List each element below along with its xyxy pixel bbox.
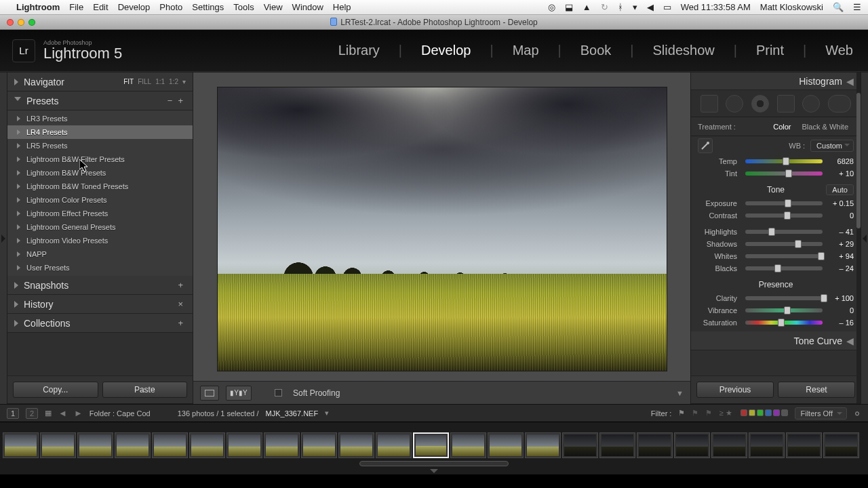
vibrance-slider[interactable] [745, 308, 823, 312]
filmstrip-thumbnail[interactable] [488, 432, 524, 458]
wb-eyedropper-tool[interactable] [698, 138, 713, 153]
before-after-button[interactable]: ▮Y▮Y [226, 386, 252, 401]
exposure-value[interactable]: + 0.15 [827, 199, 854, 207]
menubar-wifi-icon[interactable]: ▾ [633, 2, 637, 12]
filmstrip-thumbnail[interactable] [749, 432, 785, 458]
nav-prev[interactable]: ◄ [58, 408, 67, 418]
treatment-bw[interactable]: Black & White [797, 121, 854, 132]
menu-edit[interactable]: Edit [93, 2, 108, 12]
preset-folder[interactable]: LR4 Presets [7, 125, 193, 139]
auto-tone-button[interactable]: Auto [826, 184, 854, 195]
spotlight-icon[interactable]: 🔍 [833, 2, 844, 12]
preset-folder[interactable]: Lightroom Color Presets [7, 193, 193, 207]
history-header[interactable]: History × [7, 295, 193, 314]
copy-button[interactable]: Copy... [13, 382, 98, 398]
preset-folder[interactable]: Lightroom B&W Toned Presets [7, 180, 193, 193]
second-monitor-1[interactable]: 1 [7, 408, 19, 419]
shadows-value[interactable]: + 29 [827, 240, 854, 248]
loupe-view-button[interactable] [200, 386, 219, 401]
filmstrip-thumbnail[interactable] [264, 432, 300, 458]
zoom-fit[interactable]: FIT [123, 78, 134, 85]
right-rail-toggle[interactable] [861, 72, 868, 404]
menu-help[interactable]: Help [333, 2, 351, 12]
menubar-battery-icon[interactable]: ▭ [663, 2, 671, 12]
grid-view-icon[interactable]: ▦ [45, 409, 52, 418]
filmstrip-thumbnail[interactable] [562, 432, 598, 458]
module-slideshow[interactable]: Slideshow [650, 40, 717, 61]
shadows-slider[interactable] [745, 242, 823, 246]
presets-plus-button[interactable]: + [175, 96, 186, 106]
app-menu[interactable]: Lightroom [16, 2, 60, 12]
filmstrip-thumbnail[interactable] [599, 432, 635, 458]
snapshots-plus-button[interactable]: + [175, 280, 186, 290]
folder-path[interactable]: Folder : Cape Cod [90, 409, 151, 418]
filmstrip-thumbnail[interactable] [226, 432, 262, 458]
menubar-volume-icon[interactable]: ◀ [647, 2, 654, 12]
filmstrip-thumbnail[interactable] [189, 432, 225, 458]
filmstrip-thumbnail[interactable] [301, 432, 337, 458]
filmstrip[interactable] [0, 422, 868, 468]
adjustment-brush-tool[interactable] [828, 95, 851, 113]
preset-folder[interactable]: Lightroom General Presets [7, 220, 193, 234]
preset-folder[interactable]: Lightroom Video Presets [7, 234, 193, 247]
nav-next[interactable]: ► [74, 408, 83, 418]
module-web[interactable]: Web [823, 40, 856, 61]
reset-button[interactable]: Reset [778, 382, 855, 398]
menu-window[interactable]: Window [292, 2, 323, 12]
zoom-fill[interactable]: FILL [138, 78, 151, 85]
presets-header[interactable]: Presets − + [7, 92, 193, 110]
filmstrip-thumbnail[interactable] [115, 432, 151, 458]
filmstrip-thumbnail[interactable] [823, 432, 859, 458]
menubar-user[interactable]: Matt Kloskowski [760, 2, 823, 12]
treatment-color[interactable]: Color [768, 121, 796, 132]
preset-folder[interactable]: Lightroom B&W Presets [7, 166, 193, 180]
filmstrip-thumbnail[interactable] [450, 432, 486, 458]
filmstrip-thumbnail[interactable] [711, 432, 747, 458]
main-photo[interactable] [217, 87, 667, 371]
filmstrip-thumbnail[interactable] [40, 432, 76, 458]
saturation-value[interactable]: – 16 [827, 319, 854, 327]
spot-removal-tool[interactable] [726, 95, 743, 113]
contrast-slider[interactable] [745, 214, 823, 218]
module-map[interactable]: Map [510, 40, 542, 61]
saturation-slider[interactable] [745, 321, 823, 325]
contrast-value[interactable]: 0 [827, 211, 854, 220]
soft-proofing-checkbox[interactable] [275, 389, 282, 396]
temp-value[interactable]: 6828 [827, 157, 854, 165]
history-clear-button[interactable]: × [175, 299, 186, 309]
file-dropdown-icon[interactable]: ▾ [325, 409, 329, 418]
radial-filter-tool[interactable] [802, 95, 820, 113]
paste-button[interactable]: Paste [102, 382, 188, 398]
filter-lock-icon[interactable]: ⭘ [854, 409, 861, 418]
flag-filter-picked[interactable]: ⚑ [678, 409, 685, 418]
preset-folder[interactable]: LR5 Presets [7, 139, 193, 152]
filmstrip-thumbnail[interactable] [152, 432, 188, 458]
snapshots-header[interactable]: Snapshots + [7, 276, 193, 295]
menu-settings[interactable]: Settings [192, 2, 224, 12]
flag-filter-rejected[interactable]: ⚑ [705, 409, 712, 418]
zoom-1-1[interactable]: 1:1 [155, 78, 165, 85]
file-name[interactable]: MJK_3367.NEF [266, 409, 319, 418]
preset-folder[interactable]: Lightroom B&W Filter Presets [7, 152, 193, 166]
left-rail-toggle[interactable] [0, 72, 7, 404]
wb-dropdown[interactable]: Custom [810, 140, 854, 152]
second-monitor-2[interactable]: 2 [26, 408, 38, 419]
menubar-evernote-icon[interactable]: ◎ [548, 2, 555, 12]
whites-slider[interactable] [745, 254, 823, 258]
blacks-slider[interactable] [745, 266, 823, 270]
redeye-tool[interactable] [751, 95, 769, 113]
collections-plus-button[interactable]: + [175, 318, 186, 328]
filmstrip-toggle[interactable] [0, 468, 868, 474]
crop-tool[interactable] [701, 95, 718, 113]
whites-value[interactable]: + 94 [827, 252, 854, 260]
histogram-header[interactable]: Histogram ◀ [691, 73, 861, 90]
preset-folder[interactable]: Lightroom Effect Presets [7, 207, 193, 220]
module-library[interactable]: Library [336, 40, 382, 61]
menu-tools[interactable]: Tools [233, 2, 254, 12]
right-panel-scrollbar[interactable] [856, 73, 861, 403]
preset-folder[interactable]: NAPP [7, 247, 193, 261]
filmstrip-scrollbar[interactable] [359, 461, 509, 466]
toolbar-dropdown-icon[interactable]: ▼ [676, 389, 684, 397]
clarity-value[interactable]: + 100 [827, 294, 854, 302]
presets-minus-button[interactable]: − [165, 96, 176, 106]
